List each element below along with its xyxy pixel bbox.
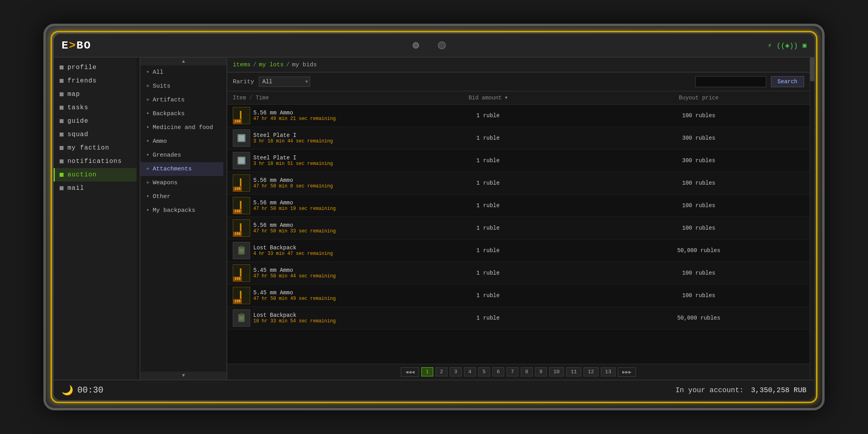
sidebar-square-guide bbox=[60, 119, 64, 123]
ammo-badge: 150 bbox=[233, 299, 242, 304]
table-row[interactable]: Steel Plate I 3 hr 18 min 44 sec remaini… bbox=[227, 127, 810, 150]
table-row[interactable]: Lost Backpack 4 hr 33 min 47 sec remaini… bbox=[227, 239, 810, 262]
moon-icon: 🌙 bbox=[62, 385, 73, 396]
item-name: 5.56 mm Ammo bbox=[253, 222, 336, 228]
page-1-btn[interactable]: 1 bbox=[421, 367, 433, 376]
cat-item-suits[interactable]: + Suits bbox=[140, 79, 226, 93]
breadcrumb: items / my lots / my bids bbox=[227, 58, 810, 73]
item-time: 47 hr 50 min 8 sec remaining bbox=[253, 183, 333, 189]
bid-cell: 1 ruble bbox=[383, 225, 593, 231]
page-10-btn[interactable]: 10 bbox=[549, 367, 564, 376]
sidebar-item-mail[interactable]: mail bbox=[54, 181, 140, 195]
th-bid-label: Bid amount bbox=[469, 95, 502, 101]
sensor-dot bbox=[438, 41, 446, 49]
sidebar-square-tasks bbox=[60, 106, 64, 110]
page-last-btn[interactable]: ▶▶▶ bbox=[618, 367, 636, 377]
page-first-btn[interactable]: ◀◀◀ bbox=[401, 367, 419, 377]
item-info: Lost Backpack 10 hr 33 min 54 sec remain… bbox=[253, 312, 336, 324]
th-bid[interactable]: Bid amount ▼ bbox=[383, 95, 593, 101]
sidebar-square-map bbox=[60, 92, 64, 96]
buyout-cell: 100 rubles bbox=[593, 225, 804, 231]
page-3-btn[interactable]: 3 bbox=[450, 367, 462, 376]
cat-label-artifacts: Artifacts bbox=[153, 97, 185, 103]
cat-bullet-grenades: • bbox=[146, 152, 150, 159]
cat-scroll-up[interactable]: ▲ bbox=[140, 58, 226, 65]
table-row[interactable]: 150 5.45 mm Ammo 47 hr 50 min 49 sec rem… bbox=[227, 284, 810, 307]
breadcrumb-items[interactable]: items bbox=[233, 62, 251, 68]
svg-rect-21 bbox=[239, 316, 243, 320]
svg-rect-14 bbox=[239, 249, 243, 252]
item-info: 5.45 mm Ammo 47 hr 50 min 44 sec remaini… bbox=[253, 267, 336, 279]
cat-item-mybackpacks[interactable]: • My backpacks bbox=[140, 204, 226, 217]
sidebar-item-map[interactable]: map bbox=[54, 88, 140, 101]
breadcrumb-mylots[interactable]: my lots bbox=[259, 62, 284, 68]
th-time-label: Time bbox=[256, 95, 269, 101]
backpack-svg bbox=[236, 245, 247, 256]
sidebar-item-guide[interactable]: guide bbox=[54, 114, 140, 128]
search-button[interactable]: Search bbox=[771, 76, 804, 87]
cat-plus-artifacts: + bbox=[146, 97, 150, 103]
cat-item-ammo[interactable]: • Ammo bbox=[140, 135, 226, 148]
item-time: 3 hr 18 min 51 sec remaining bbox=[253, 161, 333, 166]
table-row[interactable]: 150 5.45 mm Ammo 47 hr 50 min 44 sec rem… bbox=[227, 262, 810, 284]
logo-bo: BO bbox=[77, 39, 92, 52]
cat-item-other[interactable]: • Other bbox=[140, 190, 226, 204]
page-4-btn[interactable]: 4 bbox=[464, 367, 476, 376]
balance-value: 3,350,258 RUB bbox=[751, 386, 806, 394]
sidebar-item-tasks[interactable]: tasks bbox=[54, 101, 140, 114]
sidebar-item-auction[interactable]: auction bbox=[54, 168, 140, 181]
rarity-select[interactable]: All Common Uncommon Rare Epic Legendary bbox=[259, 77, 310, 87]
buyout-cell: 100 rubles bbox=[593, 112, 804, 119]
sidebar-square-notifications bbox=[60, 159, 64, 163]
item-cell: Lost Backpack 10 hr 33 min 54 sec remain… bbox=[233, 309, 383, 327]
cat-item-medicine[interactable]: • Medicine and food bbox=[140, 121, 226, 135]
auction-panel: items / my lots / my bids Rarity All Com… bbox=[227, 58, 810, 380]
table-row[interactable]: Lost Backpack 10 hr 33 min 54 sec remain… bbox=[227, 307, 810, 329]
item-icon-plate bbox=[233, 129, 250, 147]
page-6-btn[interactable]: 6 bbox=[492, 367, 504, 376]
cat-item-all[interactable]: • All bbox=[140, 65, 226, 79]
item-icon-ammo: 150 bbox=[233, 219, 250, 237]
page-5-btn[interactable]: 5 bbox=[478, 367, 490, 376]
table-row[interactable]: 150 5.56 mm Ammo 47 hr 50 min 8 sec rema… bbox=[227, 172, 810, 195]
table-row[interactable]: 150 5.56 mm Ammo 47 hr 49 min 21 sec rem… bbox=[227, 105, 810, 127]
top-icons: ⚡ ((◈)) ▣ bbox=[767, 41, 806, 50]
bid-cell: 1 ruble bbox=[383, 270, 593, 276]
search-input[interactable] bbox=[695, 76, 766, 87]
pagination: ◀◀◀ 1 2 3 4 5 6 7 8 9 10 11 12 13 ▶▶▶ bbox=[227, 364, 810, 380]
item-info: 5.56 mm Ammo 47 hr 50 min 19 sec remaini… bbox=[253, 200, 336, 211]
page-13-btn[interactable]: 13 bbox=[601, 367, 616, 376]
table-row[interactable]: 150 5.56 mm Ammo 47 hr 50 min 33 sec rem… bbox=[227, 217, 810, 239]
cat-item-grenades[interactable]: • Grenades bbox=[140, 148, 226, 162]
sidebar-item-squad[interactable]: squad bbox=[54, 128, 140, 141]
sidebar-item-notifications[interactable]: notifications bbox=[54, 155, 140, 168]
main-scrollbar[interactable] bbox=[810, 58, 814, 380]
page-8-btn[interactable]: 8 bbox=[521, 367, 533, 376]
cat-scrollbar[interactable] bbox=[223, 65, 226, 372]
svg-rect-0 bbox=[240, 111, 241, 119]
cat-item-artifacts[interactable]: + Artifacts bbox=[140, 93, 226, 107]
item-time: 47 hr 50 min 44 sec remaining bbox=[253, 273, 336, 279]
svg-rect-17 bbox=[240, 291, 241, 299]
page-9-btn[interactable]: 9 bbox=[535, 367, 547, 376]
sidebar-label-friends: friends bbox=[67, 77, 97, 84]
sidebar-label-profile: profile bbox=[67, 64, 97, 71]
cat-item-attachments[interactable]: + Attachments bbox=[140, 162, 226, 176]
sidebar-item-friends[interactable]: friends bbox=[54, 74, 140, 88]
page-11-btn[interactable]: 11 bbox=[566, 367, 581, 376]
cat-item-backpacks[interactable]: • Backpacks bbox=[140, 107, 226, 121]
cat-plus-weapons: + bbox=[146, 180, 150, 186]
sidebar-item-profile[interactable]: profile bbox=[54, 61, 140, 74]
page-12-btn[interactable]: 12 bbox=[584, 367, 599, 376]
cat-item-weapons[interactable]: + Weapons bbox=[140, 176, 226, 190]
cat-scroll-down[interactable]: ▼ bbox=[140, 372, 226, 380]
table-row[interactable]: 150 5.56 mm Ammo 47 hr 50 min 19 sec rem… bbox=[227, 195, 810, 217]
table-row[interactable]: Steel Plate I 3 hr 18 min 51 sec remaini… bbox=[227, 150, 810, 172]
sidebar-item-myfaction[interactable]: my faction bbox=[54, 141, 140, 155]
bid-cell: 1 ruble bbox=[383, 292, 593, 299]
item-name: Steel Plate I bbox=[253, 155, 333, 161]
sidebar-scrollbar[interactable] bbox=[137, 58, 140, 380]
page-7-btn[interactable]: 7 bbox=[507, 367, 518, 376]
page-2-btn[interactable]: 2 bbox=[436, 367, 447, 376]
cat-plus-attachments: + bbox=[146, 166, 150, 172]
